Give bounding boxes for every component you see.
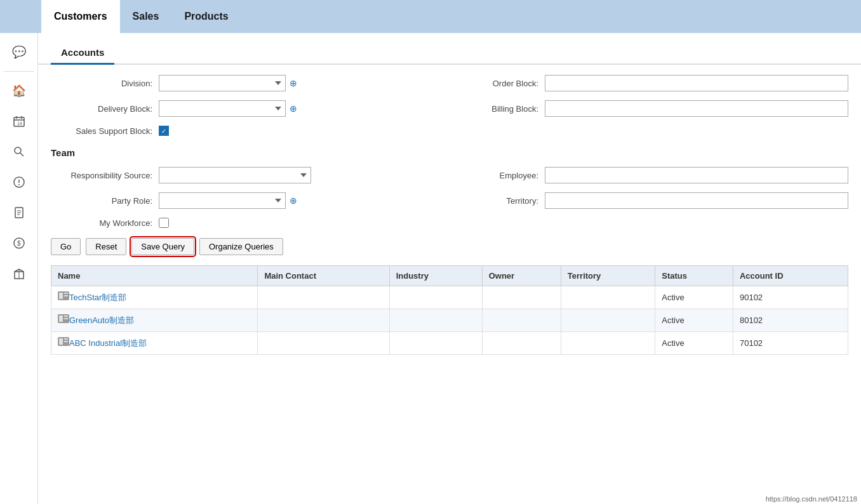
form-col-right-4: Territory: xyxy=(437,192,848,218)
delivery-row: Delivery Block: ⊕ Billing Block: xyxy=(51,100,848,126)
territory-label: Territory: xyxy=(462,196,538,206)
party-role-nav-icon[interactable]: ⊕ xyxy=(290,196,297,206)
col-territory[interactable]: Territory xyxy=(561,266,655,286)
go-button[interactable]: Go xyxy=(51,238,81,255)
my-workforce-checkbox[interactable] xyxy=(159,218,169,228)
svg-rect-28 xyxy=(64,338,68,340)
calendar-icon[interactable]: 14 xyxy=(6,109,32,134)
account-link[interactable]: ABC Industrial制造部 xyxy=(69,338,147,348)
billing-block-label: Billing Block: xyxy=(462,104,538,114)
main-wrapper: 💬 🏠 14 xyxy=(0,33,861,504)
form-col-left-4: Party Role: ⊕ xyxy=(51,192,437,218)
col-status[interactable]: Status xyxy=(655,266,733,286)
party-role-select[interactable] xyxy=(159,192,286,209)
billing-block-input[interactable] xyxy=(545,100,848,117)
party-role-input-wrap: ⊕ xyxy=(159,192,297,209)
col-main-contact[interactable]: Main Contact xyxy=(258,266,389,286)
sales-support-checkbox[interactable]: ✓ xyxy=(159,126,169,136)
responsibility-source-select[interactable] xyxy=(159,167,311,183)
svg-rect-24 xyxy=(64,315,68,317)
nav-customers[interactable]: Customers xyxy=(41,0,120,33)
col-industry[interactable]: Industry xyxy=(389,266,482,286)
form-col-right-1: Order Block: xyxy=(437,75,848,100)
cell-name: ABC Industrial制造部 xyxy=(51,332,258,355)
chat-icon[interactable]: 💬 xyxy=(6,39,32,65)
row-icon xyxy=(58,314,69,323)
order-block-input[interactable] xyxy=(545,75,848,91)
delivery-block-label: Delivery Block: xyxy=(51,104,152,114)
division-row: Division: ⊕ Order Block: xyxy=(51,75,848,100)
reset-button[interactable]: Reset xyxy=(86,238,126,255)
cell-industry xyxy=(389,286,482,309)
form-col-left: Division: ⊕ xyxy=(51,75,437,100)
save-query-button[interactable]: Save Query xyxy=(131,238,194,255)
document-icon[interactable] xyxy=(6,200,32,225)
account-link[interactable]: TechStar制造部 xyxy=(69,293,126,302)
cell-territory xyxy=(561,309,655,332)
cell-territory xyxy=(561,286,655,309)
division-input-wrap: ⊕ xyxy=(159,75,297,91)
top-nav: Customers Sales Products xyxy=(0,0,861,33)
svg-point-9 xyxy=(18,184,20,185)
alert-icon[interactable] xyxy=(6,169,32,195)
search-icon[interactable] xyxy=(6,139,32,164)
url-bar: https://blog.csdn.net/0412118 xyxy=(762,494,861,504)
cell-status: Active xyxy=(655,286,733,309)
order-block-label: Order Block: xyxy=(462,79,538,88)
cell-main-contact xyxy=(258,332,389,355)
sidebar-divider-1 xyxy=(4,71,34,72)
svg-rect-25 xyxy=(64,318,68,319)
svg-rect-29 xyxy=(64,341,68,342)
col-owner[interactable]: Owner xyxy=(482,266,561,286)
nav-sales[interactable]: Sales xyxy=(120,0,172,33)
cell-main-contact xyxy=(258,309,389,332)
table-header: Name Main Contact Industry Owner Territo… xyxy=(51,266,848,286)
content-area: Accounts Division: ⊕ Or xyxy=(38,33,861,504)
account-link[interactable]: GreenAuto制造部 xyxy=(69,315,134,325)
cell-status: Active xyxy=(655,309,733,332)
cell-name: TechStar制造部 xyxy=(51,286,258,309)
delivery-block-select[interactable] xyxy=(159,100,286,117)
organize-queries-button[interactable]: Organize Queries xyxy=(199,238,283,255)
svg-rect-19 xyxy=(59,293,63,299)
sales-support-row: Sales Support Block: ✓ xyxy=(51,126,848,136)
cell-owner xyxy=(482,309,561,332)
table-body: TechStar制造部Active90102GreenAuto制造部Active… xyxy=(51,286,848,355)
dollar-icon[interactable]: $ xyxy=(6,230,32,256)
cell-industry xyxy=(389,309,482,332)
employee-input[interactable] xyxy=(545,167,848,183)
box-icon[interactable] xyxy=(6,261,32,286)
svg-point-5 xyxy=(15,147,21,154)
form-col-left-2: Delivery Block: ⊕ xyxy=(51,100,437,126)
division-select[interactable] xyxy=(159,75,286,91)
billing-block-row: Billing Block: xyxy=(462,100,848,117)
resp-source-form-row: Responsibility Source: xyxy=(51,167,437,183)
cell-account-id: 80102 xyxy=(733,309,848,332)
svg-line-6 xyxy=(20,153,23,156)
sales-support-label: Sales Support Block: xyxy=(51,126,152,136)
form-col-right-2: Billing Block: xyxy=(437,100,848,126)
division-form-row: Division: ⊕ xyxy=(51,75,437,91)
cell-main-contact xyxy=(258,286,389,309)
nav-products[interactable]: Products xyxy=(171,0,241,33)
svg-rect-23 xyxy=(59,315,63,322)
button-bar: Go Reset Save Query Organize Queries xyxy=(51,238,848,255)
my-workforce-row: My Workforce: xyxy=(51,218,848,228)
form-col-left-3: Responsibility Source: xyxy=(51,167,437,192)
results-table: Name Main Contact Industry Owner Territo… xyxy=(51,265,848,355)
tab-accounts[interactable]: Accounts xyxy=(51,42,114,65)
party-role-row: Party Role: ⊕ Territory: xyxy=(51,192,848,218)
territory-input[interactable] xyxy=(545,192,848,209)
col-account-id[interactable]: Account ID xyxy=(733,266,848,286)
cell-name: GreenAuto制造部 xyxy=(51,309,258,332)
cell-owner xyxy=(482,286,561,309)
delivery-nav-icon[interactable]: ⊕ xyxy=(290,103,297,114)
delivery-input-wrap: ⊕ xyxy=(159,100,297,117)
home-icon[interactable]: 🏠 xyxy=(6,78,32,103)
form-area: Division: ⊕ Order Block: xyxy=(38,65,861,365)
col-name[interactable]: Name xyxy=(51,266,258,286)
tab-bar: Accounts xyxy=(38,33,861,65)
division-nav-icon[interactable]: ⊕ xyxy=(290,78,297,88)
cell-account-id: 90102 xyxy=(733,286,848,309)
table-row: ABC Industrial制造部Active70102 xyxy=(51,332,848,355)
